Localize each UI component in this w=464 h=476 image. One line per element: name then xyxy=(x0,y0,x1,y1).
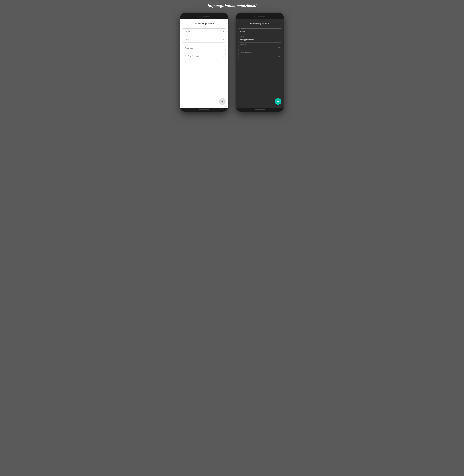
speaker-light xyxy=(202,16,210,17)
camera-light xyxy=(199,15,200,17)
phone-dark: Profile Registration Name ✕ Email ✕ Pass… xyxy=(236,13,284,112)
email-label-dark: Email xyxy=(240,36,244,37)
phone-light: Profile Registration ✕ ✕ ✕ xyxy=(180,13,228,112)
email-clear-icon-light[interactable]: ✕ xyxy=(223,39,224,41)
screen-content-light: Profile Registration ✕ ✕ ✕ xyxy=(180,19,228,108)
confirm-password-clear-icon-dark[interactable]: ✕ xyxy=(278,55,280,57)
name-clear-icon-light[interactable]: ✕ xyxy=(223,30,224,32)
fab-arrow-icon-dark: → xyxy=(277,100,280,103)
confirm-password-input-dark[interactable] xyxy=(238,53,281,59)
phone-screen-dark: Profile Registration Name ✕ Email ✕ Pass… xyxy=(236,19,284,108)
email-input-light[interactable] xyxy=(183,37,226,43)
name-input-light[interactable] xyxy=(183,29,226,34)
name-clear-icon-dark[interactable]: ✕ xyxy=(278,30,280,32)
fab-light[interactable]: → xyxy=(219,98,226,105)
name-field-wrapper-light: ✕ xyxy=(183,29,226,34)
camera-dark xyxy=(254,15,255,17)
name-label-dark: Name xyxy=(240,27,244,29)
email-field-wrapper-dark: Email ✕ xyxy=(238,37,281,43)
fab-dark[interactable]: → xyxy=(275,98,281,105)
speaker-dark xyxy=(258,16,265,17)
screen-title-dark: Profile Registration xyxy=(238,22,281,25)
name-input-dark[interactable] xyxy=(238,29,281,34)
phone-screen-light: Profile Registration ✕ ✕ ✕ xyxy=(180,19,228,108)
password-label-dark: Password xyxy=(240,44,247,45)
password-input-light[interactable] xyxy=(183,45,226,51)
home-indicator-light xyxy=(199,109,209,110)
page-url: https://github.com/faiziiii05/ xyxy=(208,4,256,8)
screen-title-light: Profile Registration xyxy=(183,22,226,25)
phone-bottom-light xyxy=(180,108,228,112)
confirm-password-field-wrapper-light: ✕ xyxy=(183,53,226,59)
password-field-wrapper-dark: Password ✕ xyxy=(238,45,281,51)
home-indicator-dark xyxy=(255,109,265,110)
password-input-dark[interactable] xyxy=(238,45,281,51)
confirm-password-label-dark: Confirm Password xyxy=(240,52,252,53)
screen-content-dark: Profile Registration Name ✕ Email ✕ Pass… xyxy=(236,19,284,108)
email-clear-icon-dark[interactable]: ✕ xyxy=(278,39,280,41)
password-field-wrapper-light: ✕ xyxy=(183,45,226,51)
password-clear-icon-light[interactable]: ✕ xyxy=(223,47,224,49)
fab-arrow-icon-light: → xyxy=(221,100,224,103)
phone-bottom-dark xyxy=(236,108,284,112)
confirm-password-clear-icon-light[interactable]: ✕ xyxy=(223,55,224,57)
email-field-wrapper-light: ✕ xyxy=(183,37,226,43)
confirm-password-input-light[interactable] xyxy=(183,53,226,59)
confirm-password-field-wrapper-dark: Confirm Password ✕ xyxy=(238,53,281,59)
phone-top-bar-light xyxy=(180,13,228,19)
phones-container: Profile Registration ✕ ✕ ✕ xyxy=(180,13,284,112)
phone-top-bar-dark xyxy=(236,13,284,19)
scroll-indicator-dark xyxy=(284,63,284,71)
password-clear-icon-dark[interactable]: ✕ xyxy=(278,47,280,49)
name-field-wrapper-dark: Name ✕ xyxy=(238,29,281,34)
email-input-dark[interactable] xyxy=(238,37,281,43)
